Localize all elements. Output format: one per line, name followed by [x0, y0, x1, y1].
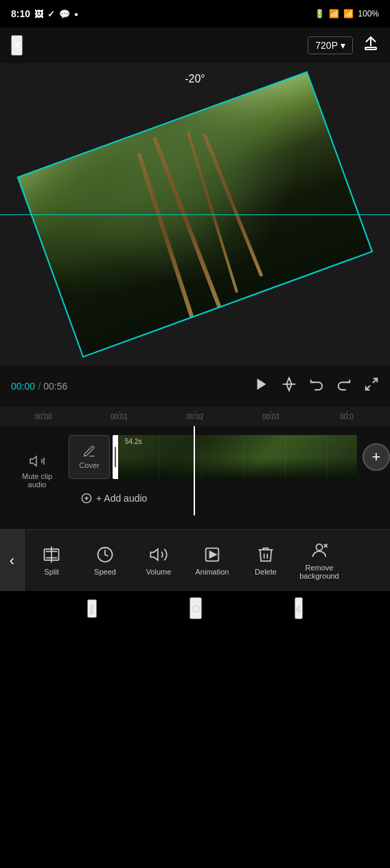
- toolbar-volume[interactable]: Volume: [132, 530, 185, 591]
- clip-duration: 54.2s: [125, 438, 141, 445]
- toolbar-back-button[interactable]: ‹: [0, 530, 25, 591]
- checkmark-icon: ✓: [47, 9, 55, 19]
- toolbar-speed[interactable]: Speed: [78, 530, 132, 591]
- gallery-icon: 🖼: [34, 9, 43, 19]
- clip-strip[interactable]: 54.2s +: [113, 435, 390, 479]
- svg-marker-5: [30, 456, 36, 466]
- battery-icon: 🔋: [314, 9, 325, 19]
- svg-marker-1: [257, 379, 266, 390]
- playback-controls: [254, 377, 379, 396]
- recents-icon: ⫿: [89, 601, 95, 616]
- toolbar-delete[interactable]: Delete: [239, 530, 292, 591]
- add-track-button[interactable]: +: [363, 443, 390, 471]
- toolbar-remove-background[interactable]: Remove background: [292, 530, 346, 591]
- delete-label: Delete: [255, 568, 277, 576]
- total-time: 00:56: [43, 381, 67, 392]
- ruler-mark-1: 00:01: [81, 413, 157, 421]
- system-nav-bar: ⫿ ○ ‹: [0, 591, 390, 625]
- guide-line: [0, 214, 390, 215]
- quality-selector[interactable]: 720P ▾: [308, 36, 353, 54]
- ruler-mark-4: 00:0: [309, 413, 385, 421]
- time-display: 00:00 / 00:56: [11, 380, 67, 392]
- battery-percent: 100%: [358, 9, 379, 19]
- tracks-content: Cover 54.2s + + Add au: [69, 432, 390, 509]
- cover-label: Cover: [79, 461, 99, 469]
- clip-thumbnail[interactable]: 54.2s: [118, 435, 357, 479]
- track-labels: Mute clip audio: [0, 453, 69, 489]
- svg-rect-0: [365, 47, 376, 49]
- chevron-down-icon: ▾: [341, 40, 345, 51]
- playhead: [194, 426, 195, 515]
- volume-label: Volume: [146, 568, 172, 576]
- clip-left-handle[interactable]: [113, 435, 118, 479]
- toolbar-animation[interactable]: Animation: [185, 530, 239, 591]
- back-button[interactable]: ‹: [295, 597, 303, 619]
- status-time: 8:10: [11, 8, 30, 19]
- undo-button[interactable]: [309, 377, 324, 396]
- redo-button[interactable]: [336, 377, 352, 396]
- video-track: Cover 54.2s +: [69, 432, 390, 482]
- bottom-toolbar: ‹ Split Speed: [0, 529, 390, 591]
- play-button[interactable]: [254, 377, 269, 396]
- remove-background-label: Remove background: [299, 564, 339, 580]
- toolbar-split[interactable]: Split: [25, 530, 78, 591]
- home-button[interactable]: ○: [190, 597, 203, 619]
- rotation-label: -20°: [185, 73, 205, 85]
- spacer: [0, 515, 390, 529]
- ruler-mark-0: 00:00: [5, 413, 81, 421]
- ruler-mark-2: 00:02: [157, 413, 233, 421]
- fullscreen-button[interactable]: [364, 377, 379, 396]
- status-right: 🔋 📶 📶 100%: [314, 9, 379, 19]
- messenger-icon: 💬: [59, 9, 70, 19]
- top-bar: × 720P ▾: [0, 27, 390, 63]
- dot-icon: ●: [74, 10, 78, 18]
- status-bar: 8:10 🖼 ✓ 💬 ● 🔋 📶 📶 100%: [0, 0, 390, 27]
- keyframe-button[interactable]: [282, 377, 297, 396]
- back-icon: ‹: [296, 599, 301, 617]
- audio-track: + Add audio: [69, 487, 390, 509]
- speed-label: Speed: [94, 568, 116, 576]
- controls-area: 00:00 / 00:56: [0, 366, 390, 407]
- svg-marker-16: [150, 549, 158, 560]
- split-label: Split: [44, 568, 58, 576]
- mute-label: Mute clip audio: [22, 472, 52, 489]
- animation-label: Animation: [196, 568, 229, 576]
- recents-button[interactable]: ⫿: [87, 599, 97, 618]
- mute-audio-button[interactable]: Mute clip audio: [11, 453, 63, 489]
- svg-line-3: [373, 379, 377, 383]
- add-audio-button[interactable]: + Add audio: [74, 489, 154, 508]
- wifi-icon: 📶: [329, 9, 339, 19]
- export-button[interactable]: [363, 35, 379, 56]
- ruler-marks: 00:00 00:01 00:02 00:03 00:0: [5, 413, 385, 421]
- close-button[interactable]: ×: [11, 35, 23, 56]
- svg-point-19: [316, 544, 322, 550]
- ruler-mark-3: 00:03: [233, 413, 308, 421]
- current-time: 00:00: [11, 381, 35, 392]
- svg-line-4: [366, 386, 370, 390]
- preview-area: -20°: [0, 63, 390, 366]
- quality-label: 720P: [315, 40, 338, 51]
- home-icon: ○: [191, 599, 201, 617]
- svg-marker-18: [210, 551, 216, 557]
- back-arrow-icon: ‹: [10, 552, 14, 570]
- timeline-ruler: 00:00 00:01 00:02 00:03 00:0: [0, 407, 390, 426]
- cover-button[interactable]: Cover: [69, 435, 110, 479]
- signal-icon: 📶: [343, 9, 354, 19]
- top-bar-right: 720P ▾: [308, 35, 379, 56]
- timeline-area: Mute clip audio Cover 54.2s +: [0, 426, 390, 515]
- toolbar-items: Split Speed Volume A: [25, 530, 390, 591]
- add-audio-label: + Add audio: [96, 493, 147, 504]
